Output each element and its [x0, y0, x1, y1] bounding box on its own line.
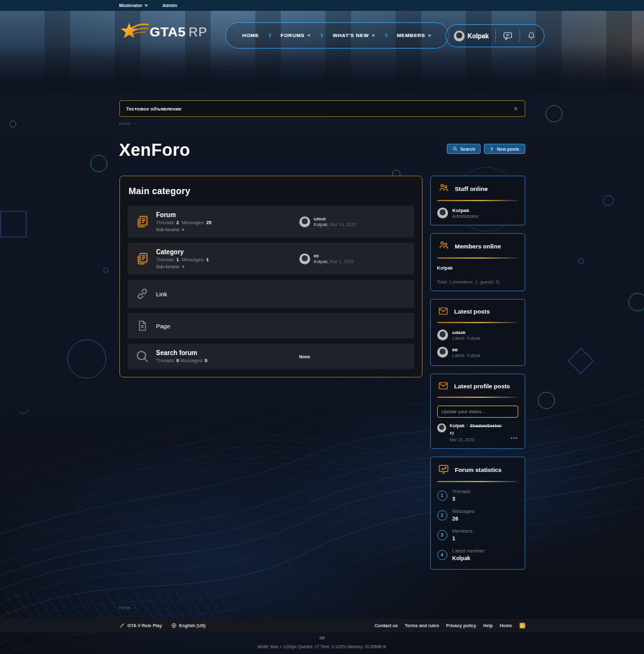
- node-search-forum[interactable]: Search forum Threads: 0 Messages: 0 None: [128, 344, 414, 369]
- bolt-separator-icon: [267, 31, 273, 40]
- nav-home[interactable]: HOME: [243, 33, 259, 38]
- notice-banner: Тестовое объявление ✕: [119, 100, 525, 117]
- moderator-label: Moderator: [119, 3, 143, 8]
- globe-icon: [171, 623, 177, 628]
- latest-member-link[interactable]: Kolpak: [453, 555, 486, 561]
- logo-sub: RP: [188, 25, 207, 39]
- search-icon: [453, 146, 458, 151]
- more-menu-icon[interactable]: •••: [511, 435, 518, 441]
- stat-number-badge: 2: [437, 510, 447, 521]
- bolt-icon: [490, 146, 494, 152]
- chevron-right-icon: ›: [467, 423, 468, 428]
- subforums-toggle[interactable]: Sub-forums: [156, 264, 292, 269]
- site-logo[interactable]: GTA5 RP: [119, 19, 208, 45]
- block-title: Staff online: [455, 185, 488, 192]
- avatar: [454, 31, 465, 42]
- stat-number-badge: 1: [437, 490, 447, 501]
- debug-stats: Width: Max > 1200px Queries: 17 Time: 0.…: [0, 644, 644, 650]
- status-input[interactable]: [437, 406, 518, 418]
- divider: [437, 257, 518, 259]
- star-logo-icon: [119, 19, 149, 45]
- page-title: XenForo: [119, 141, 191, 160]
- node-link[interactable]: Link: [128, 280, 414, 308]
- latest-post-item[interactable]: ывыв Latest: Kolpak: [437, 330, 518, 340]
- footer-link-home[interactable]: Home: [500, 623, 512, 628]
- footer-link-privacy[interactable]: Privacy policy: [446, 623, 476, 628]
- envelope-icon: [437, 306, 449, 316]
- avatar: [299, 217, 310, 227]
- breadcrumb: Home ›: [119, 121, 525, 126]
- chat-icon[interactable]: [502, 31, 513, 41]
- moderator-menu[interactable]: Moderator: [119, 3, 149, 8]
- user-area: Kolpak: [446, 24, 544, 47]
- chevron-down-icon: [144, 4, 148, 7]
- chevron-down-icon: [182, 229, 184, 231]
- sidebar: Staff online Kolpak Administrator: [430, 176, 525, 570]
- last-post[interactable]: ывыв Kolpak, Mar 14, 2025: [299, 217, 407, 227]
- search-button[interactable]: Search: [447, 144, 481, 154]
- account-menu[interactable]: Kolpak: [454, 31, 489, 42]
- nav-whats-new[interactable]: WHAT'S NEW: [333, 33, 375, 38]
- latest-post-item[interactable]: вв Latest: Kolpak: [437, 347, 518, 358]
- style-chooser[interactable]: GTA V Role Play: [119, 623, 162, 628]
- chevron-down-icon: [371, 34, 375, 36]
- nav-members[interactable]: MEMBERS: [397, 33, 431, 38]
- page-icon: [137, 320, 148, 331]
- divider: [437, 481, 518, 482]
- username: Kolpak: [468, 33, 489, 40]
- logo-main: GTA5: [150, 24, 186, 39]
- divider: [437, 322, 518, 323]
- avatar: [437, 347, 448, 358]
- users-group-icon: [437, 183, 450, 194]
- block-title: Latest posts: [454, 308, 490, 315]
- node-category[interactable]: Category Threads: 1 Messages: 1 Sub-foru…: [128, 243, 414, 275]
- footer-link-help[interactable]: Help: [483, 623, 493, 628]
- notice-text: Тестовое объявление: [126, 106, 182, 112]
- members-online-block: Members online Kolpak Total: 1 (members:…: [430, 233, 525, 291]
- block-title: Forum statistics: [455, 466, 502, 473]
- main-navigation: HOME FORUMS WHAT'S NEW MEMBERS: [225, 22, 449, 49]
- avatar: [437, 423, 446, 432]
- brush-icon: [119, 623, 125, 628]
- language-chooser[interactable]: English (US): [171, 623, 206, 628]
- nav-forums[interactable]: FORUMS: [281, 33, 311, 38]
- online-member-link[interactable]: Kolpak: [437, 265, 518, 271]
- breadcrumb-home[interactable]: Home: [119, 605, 131, 610]
- admin-link[interactable]: Admin: [162, 3, 177, 8]
- new-posts-button[interactable]: New posts: [484, 144, 525, 154]
- node-forum[interactable]: Forum Threads: 2 Messages: 25 Sub-forums…: [128, 206, 414, 238]
- latest-posts-block: Latest posts ывыв Latest: Kolpak вв Late…: [430, 299, 525, 366]
- stat-number-badge: 4: [437, 550, 447, 560]
- footer-bar: GTA V Role Play English (US) Contact us …: [0, 619, 644, 632]
- forum-statistics-block: Forum statistics 1 Threads:3 2 Messages:…: [430, 457, 525, 570]
- close-icon[interactable]: ✕: [514, 106, 518, 112]
- footer-link-contact[interactable]: Contact us: [375, 623, 398, 628]
- online-totals: Total: 1 (members: 1, guests: 0): [437, 280, 518, 284]
- stat-members: 3 Members:1: [437, 528, 518, 542]
- admin-label: Admin: [162, 3, 177, 8]
- site-header: GTA5 RP HOME FORUMS WHAT'S NEW MEMBERS K…: [0, 11, 644, 93]
- last-post[interactable]: вв Kolpak, Mar 1, 2025: [299, 254, 407, 264]
- staff-online-block: Staff online Kolpak Administrator: [430, 176, 525, 225]
- subforums-toggle[interactable]: Sub-forums: [156, 227, 292, 232]
- staff-member[interactable]: Kolpak Administrator: [437, 208, 518, 218]
- category-title: Main category: [129, 186, 414, 196]
- avatar: [437, 208, 448, 218]
- moderator-bar: Moderator Admin: [0, 0, 644, 11]
- stat-number-badge: 3: [437, 530, 447, 540]
- chevron-right-icon: ›: [134, 605, 135, 610]
- breadcrumb-home[interactable]: Home: [119, 121, 131, 126]
- block-title: Latest profile posts: [454, 383, 511, 390]
- profile-post-item[interactable]: Kolpak › ShadowSeeker ку Mar 15, 2025 ••…: [437, 423, 518, 442]
- envelope-icon: [437, 381, 449, 391]
- bolt-separator-icon: [384, 31, 389, 40]
- stats-monitor-icon: [437, 464, 450, 475]
- stat-latest-member: 4 Latest member:Kolpak: [437, 548, 518, 561]
- node-page[interactable]: Page: [128, 313, 414, 338]
- footer-link-terms[interactable]: Terms and rules: [405, 623, 439, 628]
- divider: [520, 29, 520, 42]
- rss-icon[interactable]: [520, 623, 525, 628]
- bell-icon[interactable]: [527, 31, 536, 41]
- no-posts-label: None: [299, 354, 407, 359]
- breadcrumb-footer: Home ›: [119, 605, 135, 610]
